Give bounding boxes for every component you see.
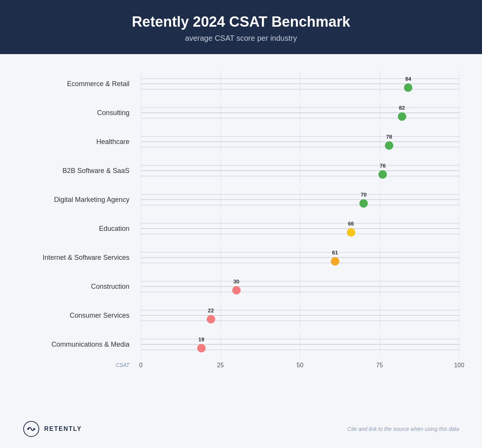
row-label: B2B Software & SaaS bbox=[23, 167, 141, 175]
chart-row: Internet & Software Services61 bbox=[23, 245, 459, 270]
row-label: Construction bbox=[23, 283, 141, 291]
chart-row: Consulting82 bbox=[23, 100, 459, 126]
x-tick: 0 bbox=[139, 362, 143, 369]
dot-value: 19 bbox=[198, 336, 204, 342]
dot-value: 82 bbox=[399, 105, 405, 111]
dot-container: 66 bbox=[347, 221, 355, 237]
row-label: Internet & Software Services bbox=[23, 254, 141, 262]
svg-point-2 bbox=[34, 428, 35, 430]
chart-row: Consumer Services22 bbox=[23, 302, 459, 328]
dot-value: 61 bbox=[332, 250, 338, 256]
x-axis-ticks: 0255075100 bbox=[141, 362, 459, 377]
row-label: Education bbox=[23, 225, 141, 233]
chart-row: Communications & Media19 bbox=[23, 331, 459, 357]
row-label: Consumer Services bbox=[23, 312, 141, 320]
row-label: Communications & Media bbox=[23, 341, 141, 349]
row-track: 22 bbox=[141, 302, 459, 328]
row-track: 78 bbox=[141, 129, 459, 155]
retently-logo-icon bbox=[23, 421, 40, 437]
footer-cite: Cite and link to the source when using t… bbox=[348, 426, 459, 432]
dot-container: 84 bbox=[404, 76, 412, 92]
row-track: 82 bbox=[141, 100, 459, 126]
dot-value: 70 bbox=[361, 192, 367, 198]
dot bbox=[347, 228, 355, 237]
row-track: 70 bbox=[141, 187, 459, 213]
chart-row: Construction30 bbox=[23, 274, 459, 299]
dot-value: 66 bbox=[348, 221, 354, 227]
dot-value: 76 bbox=[380, 163, 386, 169]
row-track: 76 bbox=[141, 158, 459, 184]
chart-title: Retently 2024 CSAT Benchmark bbox=[15, 14, 467, 30]
dot bbox=[232, 286, 241, 294]
chart-row: Ecommerce & Retail84 bbox=[23, 71, 459, 97]
x-tick: 25 bbox=[217, 362, 224, 369]
dot bbox=[378, 170, 387, 179]
header: Retently 2024 CSAT Benchmark average CSA… bbox=[0, 0, 482, 54]
x-tick: 75 bbox=[376, 362, 383, 369]
row-track: 30 bbox=[141, 274, 459, 299]
dot-container: 70 bbox=[359, 192, 368, 208]
dot-value: 30 bbox=[233, 278, 239, 285]
dot bbox=[207, 315, 215, 323]
row-label: Consulting bbox=[23, 109, 141, 117]
logo-text: RETENTLY bbox=[44, 426, 82, 432]
row-track: 84 bbox=[141, 71, 459, 97]
x-axis-label: CSAT bbox=[23, 362, 141, 368]
chart-row: Healthcare78 bbox=[23, 129, 459, 155]
chart-row: Digital Marketing Agency70 bbox=[23, 187, 459, 213]
dot bbox=[197, 344, 206, 352]
chart-row: B2B Software & SaaS76 bbox=[23, 158, 459, 184]
page-container: Retently 2024 CSAT Benchmark average CSA… bbox=[0, 0, 482, 448]
chart-wrapper: Ecommerce & Retail84Consulting82Healthca… bbox=[23, 69, 459, 382]
dot bbox=[385, 141, 393, 150]
row-track: 61 bbox=[141, 245, 459, 270]
chart-rows: Ecommerce & Retail84Consulting82Healthca… bbox=[23, 69, 459, 359]
dot-container: 61 bbox=[331, 250, 339, 266]
dot-container: 78 bbox=[385, 134, 393, 150]
row-label: Ecommerce & Retail bbox=[23, 80, 141, 88]
logo-area: RETENTLY bbox=[23, 421, 82, 437]
dot-container: 76 bbox=[378, 163, 387, 179]
row-label: Digital Marketing Agency bbox=[23, 196, 141, 204]
chart-subtitle: average CSAT score per industry bbox=[15, 34, 467, 43]
dot-container: 82 bbox=[398, 105, 406, 121]
svg-point-1 bbox=[27, 428, 29, 430]
dot-value: 22 bbox=[208, 307, 214, 314]
dot-container: 30 bbox=[232, 278, 241, 294]
row-track: 19 bbox=[141, 331, 459, 357]
x-axis: CSAT 0255075100 bbox=[23, 359, 459, 382]
chart-area: Ecommerce & Retail84Consulting82Healthca… bbox=[0, 54, 482, 410]
dot bbox=[398, 112, 406, 121]
dot-container: 22 bbox=[207, 307, 215, 323]
dot-container: 19 bbox=[197, 336, 206, 352]
dot bbox=[331, 257, 339, 266]
dot bbox=[359, 199, 368, 208]
dot bbox=[404, 83, 412, 92]
footer: RETENTLY Cite and link to the source whe… bbox=[0, 410, 482, 448]
x-tick: 100 bbox=[454, 362, 464, 369]
dot-value: 78 bbox=[386, 134, 392, 140]
dot-value: 84 bbox=[405, 76, 411, 82]
x-tick: 50 bbox=[297, 362, 303, 369]
row-track: 66 bbox=[141, 216, 459, 242]
chart-row: Education66 bbox=[23, 216, 459, 242]
row-label: Healthcare bbox=[23, 138, 141, 146]
